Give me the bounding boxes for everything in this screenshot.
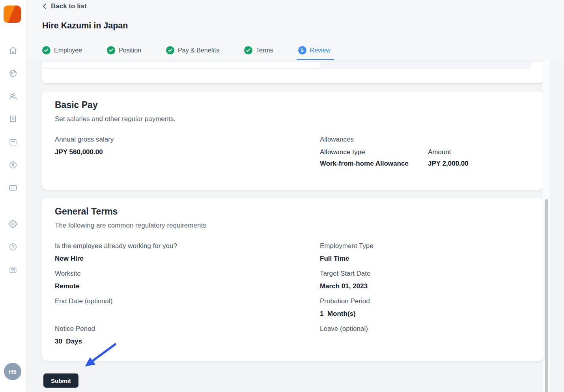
step-separator: — [151, 47, 157, 59]
step-label: Pay & Benefits [178, 47, 219, 54]
sidebar-nav [0, 46, 26, 274]
field-label: End Date (optional) [55, 297, 320, 305]
field-value: New Hire [55, 255, 320, 263]
step-separator: — [92, 47, 97, 59]
step-terms[interactable]: Terms [244, 46, 273, 60]
field-label: Employment Type [320, 242, 530, 250]
step-label: Employee [54, 47, 82, 54]
gear-icon[interactable] [9, 220, 17, 228]
app-logo[interactable] [4, 6, 21, 23]
sidebar: H5 [0, 0, 26, 392]
allowances-field: Allowances Allowance type Amount Work-fr… [320, 136, 530, 163]
allowance-type-header: Allowance type [320, 148, 428, 156]
page-title: Hire Kazumi in Japan [42, 21, 128, 31]
basic-pay-title: Basic Pay [55, 100, 98, 110]
help-icon[interactable] [9, 243, 17, 251]
leave-field: Leave (optional) [320, 325, 530, 353]
field-value: 1 Month(s) [320, 310, 530, 318]
field-label: Target Start Date [320, 270, 530, 278]
allowance-row: Work-from-home Allowance JPY 2,000.00 [320, 160, 530, 168]
active-step-underline [297, 59, 334, 60]
step-employee[interactable]: Employee [42, 46, 82, 60]
cutoff-gray-panel [320, 62, 531, 68]
hire-wizard-page: H5 Back to list Hire Kazumi in Japan Emp… [0, 0, 564, 392]
receipt-return-icon[interactable] [9, 115, 17, 123]
general-terms-card: General Terms The following are common r… [42, 198, 543, 361]
basic-pay-subtitle: Set salaries and other regular payments. [55, 115, 176, 123]
field-value: Remote [55, 282, 320, 290]
step-review[interactable]: 5 Review [298, 46, 331, 60]
step-pay-benefits[interactable]: Pay & Benefits [166, 46, 219, 60]
step-number-badge: 5 [298, 46, 306, 54]
page-header: Back to list Hire Kazumi in Japan Employ… [26, 0, 564, 60]
scrollbar-thumb[interactable] [545, 199, 548, 392]
step-check-icon [244, 46, 252, 54]
end-date-field: End Date (optional) [55, 297, 320, 325]
step-check-icon [42, 46, 50, 54]
home-icon[interactable] [9, 46, 17, 55]
probation-period-field: Probation Period 1 Month(s) [320, 297, 530, 325]
news-icon[interactable] [9, 265, 17, 274]
submit-button[interactable]: Submit [43, 373, 78, 388]
field-label: Is the employee already working for you? [55, 242, 320, 250]
calendar-icon[interactable] [9, 138, 17, 146]
field-label: Annual gross salary [55, 136, 320, 144]
field-label: Allowances [320, 136, 530, 144]
employment-type-field: Employment Type Full Time [320, 242, 530, 270]
field-label: Worksite [55, 270, 320, 278]
notice-period-field: Notice Period 30 Days [55, 325, 320, 353]
cutoff-divider [42, 68, 531, 69]
general-terms-subtitle: The following are common regulatory requ… [55, 222, 206, 230]
basic-pay-card: Basic Pay Set salaries and other regular… [42, 91, 543, 190]
field-label: Probation Period [320, 297, 530, 305]
user-avatar[interactable]: H5 [4, 363, 21, 380]
target-start-date-field: Target Start Date March 01, 2023 [320, 270, 530, 297]
step-separator: — [229, 47, 235, 59]
back-to-list-label: Back to list [51, 2, 87, 10]
general-terms-title: General Terms [55, 206, 118, 217]
field-value: March 01, 2023 [320, 282, 530, 290]
globe-icon[interactable] [9, 69, 17, 78]
chevron-left-icon [42, 3, 47, 9]
annual-gross-salary-field: Annual gross salary JPY 560,000.00 [55, 136, 320, 163]
step-label: Position [119, 47, 141, 54]
wizard-stepper: Employee — Position — Pay & Benefits — T… [42, 46, 331, 60]
scroll-content: Basic Pay Set salaries and other regular… [26, 60, 564, 392]
partial-card-above [42, 62, 543, 83]
field-label: Leave (optional) [320, 325, 530, 333]
step-label: Terms [256, 47, 273, 54]
field-value: 30 Days [55, 338, 320, 345]
already-working-field: Is the employee already working for you?… [55, 242, 320, 270]
field-value: JPY 560,000.00 [55, 148, 320, 156]
allowance-amount-header: Amount [428, 148, 530, 156]
step-position[interactable]: Position [107, 46, 141, 60]
step-separator: — [283, 47, 289, 59]
allowance-type-value: Work-from-home Allowance [320, 160, 428, 168]
credit-card-icon[interactable] [9, 183, 17, 192]
step-label: Review [310, 47, 331, 54]
people-icon[interactable] [9, 92, 17, 101]
allowance-amount-value: JPY 2,000.00 [428, 160, 530, 168]
field-label: Notice Period [55, 325, 320, 333]
worksite-field: Worksite Remote [55, 270, 320, 297]
step-check-icon [166, 46, 174, 54]
field-value: Full Time [320, 255, 530, 263]
dollar-circle-icon[interactable] [9, 161, 17, 169]
step-check-icon [107, 46, 115, 54]
back-to-list-link[interactable]: Back to list [42, 2, 87, 10]
